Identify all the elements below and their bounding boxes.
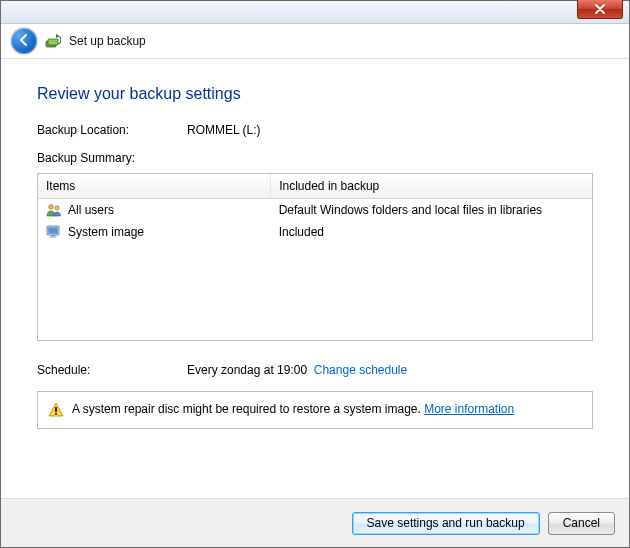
svg-rect-6 <box>48 227 58 234</box>
backup-summary-label: Backup Summary: <box>37 151 593 165</box>
page-heading: Review your backup settings <box>37 85 593 103</box>
svg-rect-10 <box>55 407 57 412</box>
footer: Save settings and run backup Cancel <box>1 498 629 547</box>
users-icon <box>46 202 62 218</box>
table-row[interactable]: All users Default Windows folders and lo… <box>38 199 592 222</box>
row-included: Included <box>271 221 592 243</box>
backup-location-value: ROMMEL (L:) <box>187 123 261 137</box>
info-text-wrap: A system repair disc might be required t… <box>72 402 514 416</box>
col-items[interactable]: Items <box>38 174 271 199</box>
schedule-label: Schedule: <box>37 363 187 377</box>
save-and-run-button[interactable]: Save settings and run backup <box>352 512 540 535</box>
row-included: Default Windows folders and local files … <box>271 199 592 222</box>
back-arrow-icon <box>17 33 31 50</box>
nav-row: Set up backup <box>1 24 629 59</box>
svg-rect-11 <box>55 413 57 415</box>
info-box: A system repair disc might be required t… <box>37 391 593 429</box>
svg-rect-7 <box>51 235 55 236</box>
svg-marker-2 <box>56 34 59 38</box>
close-icon <box>592 1 608 17</box>
svg-point-3 <box>49 205 54 210</box>
row-item: System image <box>68 225 144 239</box>
change-schedule-link[interactable]: Change schedule <box>314 363 407 377</box>
svg-rect-8 <box>50 236 57 237</box>
backup-location-label: Backup Location: <box>37 123 187 137</box>
titlebar <box>1 1 629 24</box>
backup-location-row: Backup Location: ROMMEL (L:) <box>37 123 593 137</box>
backup-wizard-icon <box>45 33 61 49</box>
warning-icon <box>48 402 64 418</box>
svg-rect-1 <box>48 39 58 45</box>
col-included[interactable]: Included in backup <box>271 174 592 199</box>
wizard-title: Set up backup <box>69 34 146 48</box>
back-button[interactable] <box>11 28 37 54</box>
content-area: Review your backup settings Backup Locat… <box>1 59 629 498</box>
svg-point-4 <box>55 206 59 210</box>
schedule-value: Every zondag at 19:00 <box>187 363 307 377</box>
row-item: All users <box>68 203 114 217</box>
table-row[interactable]: System image Included <box>38 221 592 243</box>
schedule-row: Schedule: Every zondag at 19:00 Change s… <box>37 363 593 377</box>
summary-table-container: Items Included in backup <box>37 173 593 341</box>
more-information-link[interactable]: More information <box>424 402 514 416</box>
wizard-window: Set up backup Review your backup setting… <box>0 0 630 548</box>
cancel-button[interactable]: Cancel <box>548 512 615 535</box>
monitor-icon <box>46 224 62 240</box>
close-button[interactable] <box>577 0 623 19</box>
info-text: A system repair disc might be required t… <box>72 402 424 416</box>
summary-table: Items Included in backup <box>38 174 592 243</box>
